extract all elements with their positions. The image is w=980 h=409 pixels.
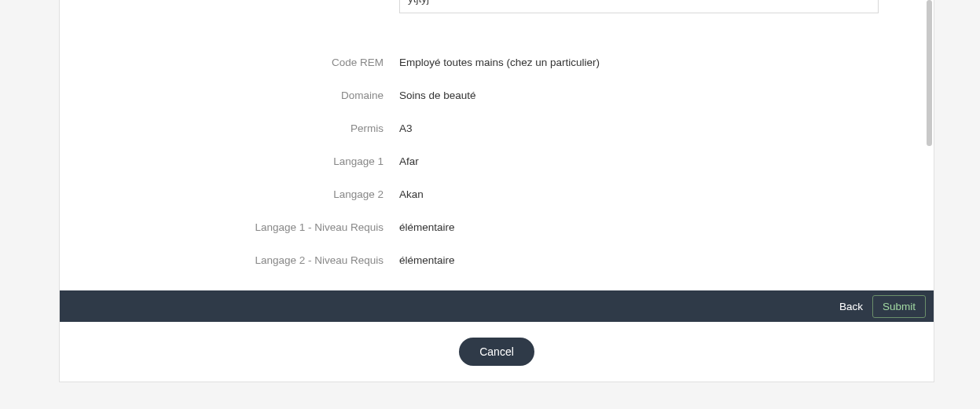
label-niveau2: Langage 2 - Niveau Requis [60,245,399,268]
row-code-rem: Code REM Employé toutes mains (chez un p… [60,47,934,80]
value-wrapper-job-summary: ytjtyj [399,0,934,13]
cancel-area: Cancel [60,322,934,382]
label-langage1: Langage 1 [60,146,399,170]
scrollbar-thumb[interactable] [927,0,932,146]
form-panel: Job Summary ytjtyj Code REM Employé tout… [59,0,934,382]
row-niveau1: Langage 1 - Niveau Requis élémentaire [60,212,934,245]
label-niveau1: Langage 1 - Niveau Requis [60,212,399,236]
submit-button[interactable]: Submit [872,295,926,318]
cancel-button[interactable]: Cancel [459,338,534,366]
value-niveau2: élémentaire [399,245,934,268]
label-job-summary: Job Summary [60,0,399,2]
scrollbar-track [927,0,932,157]
value-langage2: Akan [399,179,934,203]
label-domaine: Domaine [60,80,399,104]
value-domaine: Soins de beauté [399,80,934,104]
row-niveau2: Langage 2 - Niveau Requis élémentaire [60,245,934,278]
value-niveau1: élémentaire [399,212,934,236]
row-job-summary: Job Summary ytjtyj [60,0,934,33]
label-code-rem: Code REM [60,47,399,71]
form-body: Job Summary ytjtyj Code REM Employé tout… [60,0,934,290]
row-langage1: Langage 1 Afar [60,146,934,179]
label-permis: Permis [60,113,399,137]
back-button[interactable]: Back [831,296,871,317]
footer-action-bar: Back Submit [60,290,934,322]
value-code-rem: Employé toutes mains (chez un particulie… [399,47,934,71]
input-job-summary-text: ytjtyj [408,0,429,7]
form-content: Job Summary ytjtyj Code REM Employé tout… [60,0,934,290]
input-job-summary[interactable]: ytjtyj [399,0,879,13]
row-domaine: Domaine Soins de beauté [60,80,934,113]
label-langage2: Langage 2 [60,179,399,203]
row-permis: Permis A3 [60,113,934,146]
value-permis: A3 [399,113,934,137]
row-langage2: Langage 2 Akan [60,179,934,212]
value-langage1: Afar [399,146,934,170]
